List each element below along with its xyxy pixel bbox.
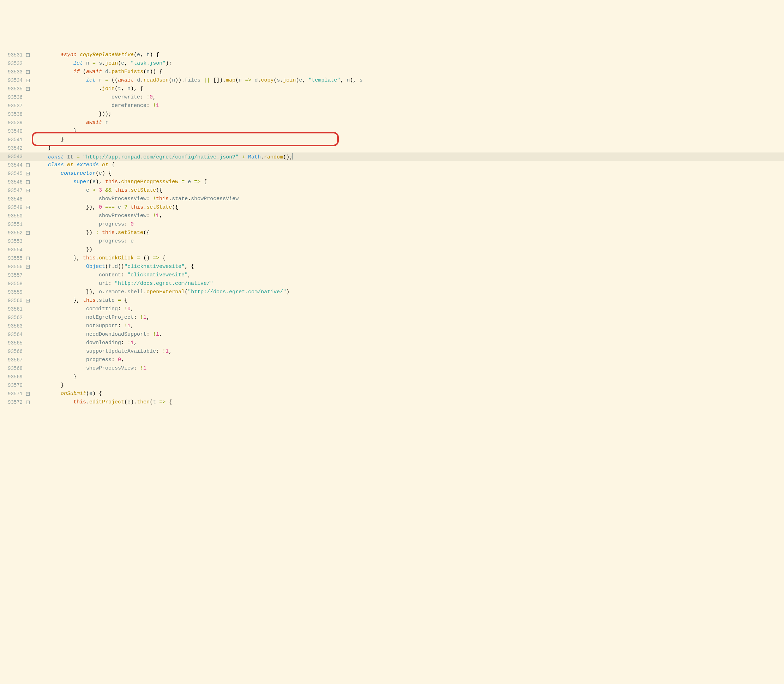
code-content[interactable]: })); — [35, 110, 784, 119]
code-content[interactable]: showProcessView: !1, — [35, 212, 784, 220]
code-content[interactable]: if (await d.pathExists(n)) { — [35, 68, 784, 76]
code-content[interactable]: needDownloadSupport: !1, — [35, 330, 784, 339]
code-line[interactable]: 93545− constructor(e) { — [0, 169, 784, 178]
code-line[interactable]: 93539 await r — [0, 119, 784, 127]
fold-collapse-icon[interactable]: − — [26, 206, 30, 209]
code-line[interactable]: 93564 needDownloadSupport: !1, — [0, 330, 784, 339]
code-content[interactable]: supportUpdateAvailable: !1, — [35, 347, 784, 356]
fold-collapse-icon[interactable]: − — [26, 79, 30, 82]
code-line[interactable]: 93544− class Nt extends ot { — [0, 161, 784, 169]
code-content[interactable]: overwrite: !0, — [35, 93, 784, 102]
code-line[interactable]: 93531− async copyReplaceNative(e, t) { — [0, 51, 784, 59]
code-content[interactable]: } — [35, 144, 784, 152]
code-content[interactable]: class Nt extends ot { — [35, 161, 784, 169]
code-content[interactable]: dereference: !1 — [35, 102, 784, 110]
code-line[interactable]: 93567 progress: 0, — [0, 356, 784, 364]
code-line[interactable]: 93534− let r = ((await d.readJson(n)).fi… — [0, 76, 784, 85]
fold-gutter[interactable]: − — [25, 181, 31, 184]
code-content[interactable]: constructor(e) { — [35, 169, 784, 178]
code-line[interactable]: 93542 } — [0, 144, 784, 152]
code-line[interactable]: 93546− super(e), this.changeProgressview… — [0, 178, 784, 186]
code-line[interactable]: 93543 const It = "http://app.ronpad.com/… — [0, 152, 784, 161]
fold-collapse-icon[interactable]: − — [26, 189, 30, 192]
code-content[interactable]: async copyReplaceNative(e, t) { — [35, 51, 784, 59]
code-content[interactable]: }, this.state = { — [35, 297, 784, 305]
code-line[interactable]: 93568 showProcessView: !1 — [0, 364, 784, 373]
code-content[interactable]: let r = ((await d.readJson(n)).files || … — [35, 76, 784, 85]
code-content[interactable]: url: "http://docs.egret.com/native/" — [35, 279, 784, 288]
code-line[interactable]: 93541 } — [0, 136, 784, 144]
code-content[interactable]: Object(f.d)("clicknativewesite", { — [35, 263, 784, 271]
fold-gutter[interactable]: − — [25, 87, 31, 91]
code-line[interactable]: 93537 dereference: !1 — [0, 102, 784, 110]
code-line[interactable]: 93553 progress: e — [0, 237, 784, 246]
fold-collapse-icon[interactable]: − — [26, 299, 30, 302]
code-content[interactable]: notSupport: !1, — [35, 322, 784, 330]
fold-gutter[interactable]: − — [25, 163, 31, 167]
code-line[interactable]: 93562 notEgretProject: !1, — [0, 313, 784, 322]
code-line[interactable]: 93556− Object(f.d)("clicknativewesite", … — [0, 263, 784, 271]
code-content[interactable]: }), o.remote.shell.openExternal("http://… — [35, 288, 784, 297]
fold-collapse-icon[interactable]: − — [26, 265, 30, 269]
code-line[interactable]: 93558 url: "http://docs.egret.com/native… — [0, 279, 784, 288]
code-line[interactable]: 93559 }), o.remote.shell.openExternal("h… — [0, 288, 784, 297]
code-content[interactable]: progress: 0, — [35, 356, 784, 364]
code-content[interactable]: e > 3 && this.setState({ — [35, 186, 784, 195]
code-content[interactable]: }) — [35, 246, 784, 254]
code-content[interactable]: .join(t, n), { — [35, 85, 784, 93]
code-content[interactable]: onSubmit(e) { — [35, 390, 784, 398]
code-editor[interactable]: 93531− async copyReplaceNative(e, t) {93… — [0, 34, 784, 424]
fold-gutter[interactable]: − — [25, 231, 31, 235]
code-line[interactable]: 93536 overwrite: !0, — [0, 93, 784, 102]
code-content[interactable]: progress: e — [35, 237, 784, 246]
code-line[interactable]: 93550 showProcessView: !1, — [0, 212, 784, 220]
code-content[interactable]: } — [35, 127, 784, 136]
code-line[interactable]: 93566 supportUpdateAvailable: !1, — [0, 347, 784, 356]
code-content[interactable]: showProcessView: !1 — [35, 364, 784, 373]
code-line[interactable]: 93551 progress: 0 — [0, 220, 784, 229]
fold-gutter[interactable]: − — [25, 265, 31, 269]
fold-collapse-icon[interactable]: − — [26, 181, 30, 184]
code-line[interactable]: 93554 }) — [0, 246, 784, 254]
code-line[interactable]: 93571− onSubmit(e) { — [0, 390, 784, 398]
code-line[interactable]: 93557 content: "clicknativewesite", — [0, 271, 784, 279]
code-content[interactable]: content: "clicknativewesite", — [35, 271, 784, 279]
code-content[interactable]: }) : this.setState({ — [35, 229, 784, 237]
code-line[interactable]: 93555− }, this.onLinkClick = () => { — [0, 254, 784, 263]
fold-gutter[interactable]: − — [25, 206, 31, 209]
fold-collapse-icon[interactable]: − — [26, 256, 30, 260]
code-line[interactable]: 93552− }) : this.setState({ — [0, 229, 784, 237]
code-content[interactable]: progress: 0 — [35, 220, 784, 229]
fold-collapse-icon[interactable]: − — [26, 87, 30, 91]
fold-gutter[interactable]: − — [25, 79, 31, 82]
code-line[interactable]: 93533− if (await d.pathExists(n)) { — [0, 68, 784, 76]
code-line[interactable]: 93563 notSupport: !1, — [0, 322, 784, 330]
fold-collapse-icon[interactable]: − — [26, 231, 30, 235]
code-content[interactable]: showProcessView: !this.state.showProcess… — [35, 195, 784, 203]
code-line[interactable]: 93535− .join(t, n), { — [0, 85, 784, 93]
code-content[interactable]: } — [35, 373, 784, 381]
fold-collapse-icon[interactable]: − — [26, 392, 30, 396]
fold-gutter[interactable]: − — [25, 70, 31, 74]
fold-gutter[interactable]: − — [25, 172, 31, 176]
code-content[interactable]: }), 0 === e ? this.setState({ — [35, 203, 784, 212]
code-content[interactable]: downloading: !1, — [35, 339, 784, 347]
code-content[interactable]: super(e), this.changeProgressview = e =>… — [35, 178, 784, 186]
code-line[interactable]: 93548 showProcessView: !this.state.showP… — [0, 195, 784, 203]
fold-gutter[interactable]: − — [25, 400, 31, 404]
fold-gutter[interactable]: − — [25, 256, 31, 260]
fold-collapse-icon[interactable]: − — [26, 163, 30, 167]
code-content[interactable]: } — [35, 136, 784, 144]
code-line[interactable]: 93569 } — [0, 373, 784, 381]
code-line[interactable]: 93565 downloading: !1, — [0, 339, 784, 347]
code-line[interactable]: 93547− e > 3 && this.setState({ — [0, 186, 784, 195]
code-content[interactable]: await r — [35, 119, 784, 127]
fold-gutter[interactable]: − — [25, 392, 31, 396]
fold-gutter[interactable]: − — [25, 53, 31, 57]
code-line[interactable]: 93532 let n = s.join(e, "task.json"); — [0, 59, 784, 68]
code-line[interactable]: 93572− this.editProject(e).then(t => { — [0, 398, 784, 407]
code-line[interactable]: 93549− }), 0 === e ? this.setState({ — [0, 203, 784, 212]
code-content[interactable]: const It = "http://app.ronpad.com/egret/… — [35, 152, 784, 161]
fold-gutter[interactable]: − — [25, 299, 31, 302]
fold-collapse-icon[interactable]: − — [26, 70, 30, 74]
